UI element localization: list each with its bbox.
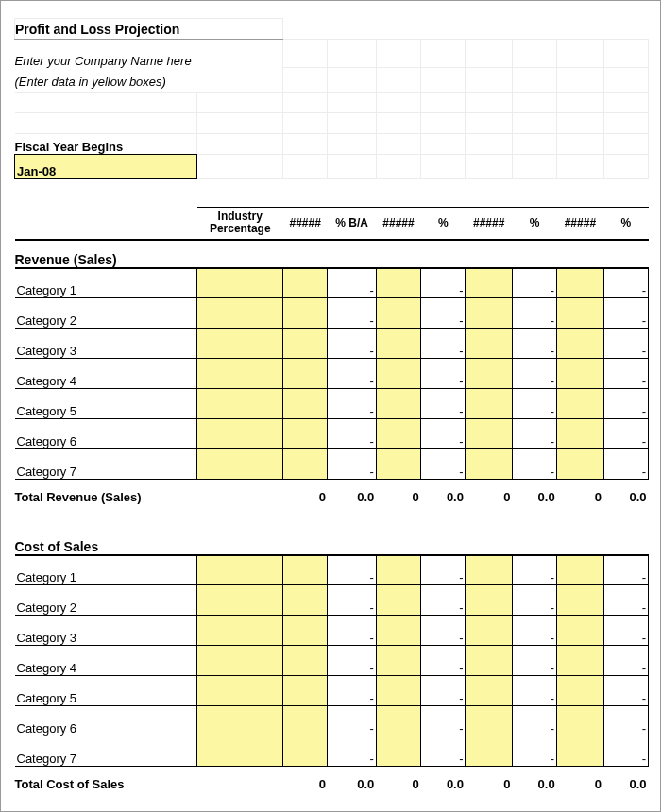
- input-cell[interactable]: [466, 676, 512, 706]
- category-label: Category 1: [15, 268, 197, 298]
- total-cell: 0: [283, 480, 328, 504]
- fiscal-year-input[interactable]: Jan-08: [15, 155, 197, 179]
- document-title: Profit and Loss Projection: [15, 19, 283, 40]
- input-cell[interactable]: [466, 706, 512, 736]
- input-cell[interactable]: [376, 616, 420, 646]
- input-cell[interactable]: [283, 389, 328, 419]
- input-cell[interactable]: [466, 389, 512, 419]
- input-cell[interactable]: [557, 646, 603, 676]
- input-cell[interactable]: [283, 555, 328, 585]
- input-cell[interactable]: [197, 616, 283, 646]
- input-cell[interactable]: [376, 449, 420, 480]
- input-cell[interactable]: [376, 736, 420, 767]
- calc-cell: -: [512, 329, 556, 359]
- input-cell[interactable]: [466, 359, 512, 389]
- input-cell[interactable]: [197, 359, 283, 389]
- total-cell: [197, 767, 283, 791]
- input-cell[interactable]: [283, 676, 328, 706]
- total-cell: 0: [376, 480, 420, 504]
- input-cell[interactable]: [557, 676, 603, 706]
- calc-cell: -: [421, 329, 466, 359]
- input-cell[interactable]: [466, 585, 512, 616]
- input-cell[interactable]: [283, 268, 328, 298]
- input-cell[interactable]: [557, 616, 603, 646]
- input-cell[interactable]: [376, 298, 420, 329]
- calc-cell: -: [328, 616, 376, 646]
- calc-cell: -: [328, 585, 376, 616]
- instructions-text: (Enter data in yellow boxes): [15, 68, 283, 93]
- input-cell[interactable]: [283, 359, 328, 389]
- input-cell[interactable]: [376, 585, 420, 616]
- calc-cell: -: [328, 449, 376, 480]
- input-cell[interactable]: [283, 329, 328, 359]
- calc-cell: -: [421, 555, 466, 585]
- input-cell[interactable]: [376, 359, 420, 389]
- col-header: %: [603, 215, 648, 231]
- input-cell[interactable]: [197, 419, 283, 449]
- input-cell[interactable]: [283, 616, 328, 646]
- input-cell[interactable]: [283, 449, 328, 480]
- input-cell[interactable]: [197, 298, 283, 329]
- input-cell[interactable]: [466, 268, 512, 298]
- input-cell[interactable]: [283, 419, 328, 449]
- spreadsheet: Profit and Loss Projection Enter your Co…: [14, 18, 649, 791]
- input-cell[interactable]: [197, 268, 283, 298]
- input-cell[interactable]: [557, 389, 603, 419]
- category-label: Category 6: [15, 706, 197, 736]
- input-cell[interactable]: [466, 298, 512, 329]
- calc-cell: -: [328, 329, 376, 359]
- input-cell[interactable]: [466, 616, 512, 646]
- input-cell[interactable]: [197, 585, 283, 616]
- col-header-industry: Industry Percentage: [197, 209, 283, 237]
- input-cell[interactable]: [557, 706, 603, 736]
- input-cell[interactable]: [466, 646, 512, 676]
- input-cell[interactable]: [557, 736, 603, 767]
- input-cell[interactable]: [557, 298, 603, 329]
- input-cell[interactable]: [466, 329, 512, 359]
- total-cell: 0.0: [603, 767, 648, 791]
- input-cell[interactable]: [466, 449, 512, 480]
- input-cell[interactable]: [283, 646, 328, 676]
- input-cell[interactable]: [283, 736, 328, 767]
- input-cell[interactable]: [376, 268, 420, 298]
- col-header: % B/A: [328, 215, 376, 231]
- col-header: #####: [557, 215, 603, 231]
- input-cell[interactable]: [197, 706, 283, 736]
- input-cell[interactable]: [466, 555, 512, 585]
- category-label: Category 3: [15, 616, 197, 646]
- input-cell[interactable]: [557, 329, 603, 359]
- input-cell[interactable]: [283, 706, 328, 736]
- input-cell[interactable]: [197, 329, 283, 359]
- calc-cell: -: [603, 419, 648, 449]
- input-cell[interactable]: [557, 555, 603, 585]
- total-cell: 0.0: [421, 480, 466, 504]
- total-label-cost: Total Cost of Sales: [15, 767, 197, 791]
- section-header-cost: Cost of Sales: [15, 529, 649, 555]
- calc-cell: -: [421, 268, 466, 298]
- company-name-input[interactable]: Enter your Company Name here: [15, 40, 283, 68]
- input-cell[interactable]: [283, 585, 328, 616]
- input-cell[interactable]: [376, 329, 420, 359]
- input-cell[interactable]: [376, 419, 420, 449]
- input-cell[interactable]: [376, 646, 420, 676]
- input-cell[interactable]: [557, 585, 603, 616]
- input-cell[interactable]: [466, 419, 512, 449]
- input-cell[interactable]: [376, 555, 420, 585]
- calc-cell: -: [421, 646, 466, 676]
- input-cell[interactable]: [376, 389, 420, 419]
- input-cell[interactable]: [557, 359, 603, 389]
- input-cell[interactable]: [557, 449, 603, 480]
- input-cell[interactable]: [197, 449, 283, 480]
- input-cell[interactable]: [376, 676, 420, 706]
- calc-cell: -: [421, 706, 466, 736]
- input-cell[interactable]: [197, 389, 283, 419]
- input-cell[interactable]: [283, 298, 328, 329]
- input-cell[interactable]: [557, 419, 603, 449]
- input-cell[interactable]: [197, 736, 283, 767]
- input-cell[interactable]: [197, 555, 283, 585]
- input-cell[interactable]: [197, 646, 283, 676]
- input-cell[interactable]: [376, 706, 420, 736]
- input-cell[interactable]: [197, 676, 283, 706]
- input-cell[interactable]: [557, 268, 603, 298]
- input-cell[interactable]: [466, 736, 512, 767]
